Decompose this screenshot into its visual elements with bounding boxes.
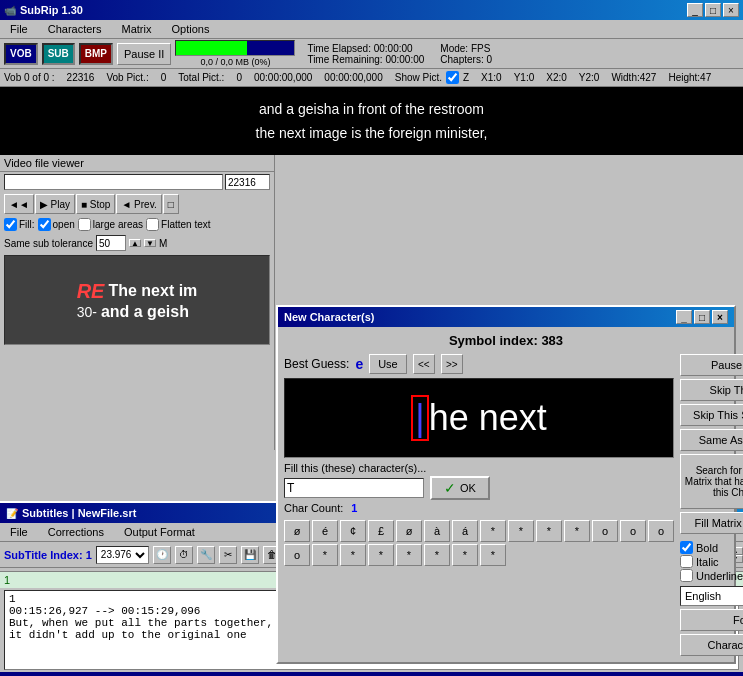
play-button[interactable]: ▶ Play	[35, 194, 75, 214]
fill-checkbox-label[interactable]: Fill:	[4, 218, 35, 231]
next-button[interactable]: □	[163, 194, 179, 214]
key-star6[interactable]: *	[340, 544, 366, 566]
fill-matrix-button[interactable]: Fill Matrix From Text	[680, 512, 743, 534]
dialog-maximize[interactable]: □	[694, 310, 710, 324]
tolerance-up[interactable]: ▲	[129, 239, 141, 247]
icon-tool1[interactable]: 🔧	[197, 546, 215, 564]
key-oslash[interactable]: ø	[284, 520, 310, 542]
pause-button[interactable]: Pause II	[117, 43, 171, 65]
app-window: 📹 SubRip 1.30 _ □ × File Characters Matr…	[0, 0, 743, 450]
key-star10[interactable]: *	[452, 544, 478, 566]
menu-characters[interactable]: Characters	[42, 22, 108, 36]
italic-checkbox[interactable]	[680, 555, 693, 568]
font-button[interactable]: Font	[680, 609, 743, 631]
fill-input[interactable]	[284, 478, 424, 498]
key-agrave[interactable]: à	[424, 520, 450, 542]
maximize-button[interactable]: □	[705, 3, 721, 17]
pause-abort-button[interactable]: Pause / Abort	[680, 354, 743, 376]
open-checkbox[interactable]	[38, 218, 51, 231]
minimize-button[interactable]: _	[687, 3, 703, 17]
key-eacute[interactable]: é	[312, 520, 338, 542]
key-star7[interactable]: *	[368, 544, 394, 566]
app-icon: 📹	[4, 5, 16, 16]
key-oslash2[interactable]: ø	[396, 520, 422, 542]
symbol-index-val: 383	[541, 333, 563, 348]
vob-pict-label: Vob Pict.:	[106, 72, 148, 83]
vob-label: VOB	[4, 43, 38, 65]
seek-input[interactable]	[225, 174, 270, 190]
prev-button[interactable]: ◄ Prev.	[116, 194, 161, 214]
open-label: open	[53, 219, 75, 230]
stop-button[interactable]: ■ Stop	[76, 194, 115, 214]
dialog-body: Symbol index: 383 Best Guess: e Use << >…	[278, 327, 734, 662]
chapters-label: Chapters:	[440, 54, 483, 65]
key-cent[interactable]: ¢	[340, 520, 366, 542]
bold-checkbox[interactable]	[680, 541, 693, 554]
nav-next-button[interactable]: >>	[441, 354, 463, 374]
vob-pict-val: 0	[161, 72, 167, 83]
large-checkbox[interactable]	[78, 218, 91, 231]
icon-clock[interactable]: ⏱	[175, 546, 193, 564]
search-matrix-button[interactable]: Search for an existing Matrix that has a…	[680, 454, 743, 509]
icon-timecode[interactable]: 🕐	[153, 546, 171, 564]
ok-button[interactable]: ✓ OK	[430, 476, 490, 500]
char-map-button[interactable]: Character Map	[680, 634, 743, 656]
chapters-display: Chapters: 0	[440, 54, 492, 65]
flatten-checkbox[interactable]	[146, 218, 159, 231]
key-star1[interactable]: *	[480, 520, 506, 542]
menu-file[interactable]: File	[4, 22, 34, 36]
best-guess-row: Best Guess: e Use << >>	[284, 354, 674, 374]
fill-chars-label: Fill this (these) character(s)...	[284, 462, 674, 474]
icon-save[interactable]: 💾	[241, 546, 259, 564]
key-o2[interactable]: o	[620, 520, 646, 542]
underline-checkbox[interactable]	[680, 569, 693, 582]
skip-line-button[interactable]: Skip This Line	[680, 379, 743, 401]
subtitle-menu-output[interactable]: Output Format	[118, 525, 201, 539]
key-o4[interactable]: o	[284, 544, 310, 566]
tolerance-down[interactable]: ▼	[144, 239, 156, 247]
key-star11[interactable]: *	[480, 544, 506, 566]
fill-checkbox[interactable]	[4, 218, 17, 231]
dialog-close[interactable]: ×	[712, 310, 728, 324]
show-pict-label: Show Pict.	[395, 72, 442, 83]
time-remaining-label: Time Remaining:	[307, 54, 382, 65]
key-aacute[interactable]: á	[452, 520, 478, 542]
rewind-button[interactable]: ◄◄	[4, 194, 34, 214]
same-as-last-button[interactable]: Same As Last Sub	[680, 429, 743, 451]
dialog-minimize[interactable]: _	[676, 310, 692, 324]
same-sub-label: Same sub tolerance	[4, 238, 93, 249]
key-star2[interactable]: *	[508, 520, 534, 542]
large-label: large	[93, 219, 115, 230]
close-button[interactable]: ×	[723, 3, 739, 17]
subtitle-title-text: Subtitles | NewFile.srt	[22, 507, 136, 519]
language-select[interactable]: English	[680, 586, 743, 606]
key-pound[interactable]: £	[368, 520, 394, 542]
large-checkbox-label[interactable]: large	[78, 218, 115, 231]
key-star9[interactable]: *	[424, 544, 450, 566]
menu-options[interactable]: Options	[165, 22, 215, 36]
tolerance-input[interactable]	[96, 235, 126, 251]
open-checkbox-label[interactable]: open	[38, 218, 75, 231]
show-pict-checkbox[interactable]	[446, 71, 459, 84]
seek-bar[interactable]	[4, 174, 223, 190]
use-button[interactable]: Use	[369, 354, 407, 374]
key-o1[interactable]: o	[592, 520, 618, 542]
key-star5[interactable]: *	[312, 544, 338, 566]
key-o3[interactable]: o	[648, 520, 674, 542]
panel-title-text: Video file viewer	[4, 157, 84, 169]
subtitle-menu-file[interactable]: File	[4, 525, 34, 539]
icon-tool2[interactable]: ✂	[219, 546, 237, 564]
key-star3[interactable]: *	[536, 520, 562, 542]
title-bar: 📹 SubRip 1.30 _ □ ×	[0, 0, 743, 20]
vob0-val: 22316	[67, 72, 95, 83]
flatten-checkbox-label[interactable]: Flatten text	[146, 218, 210, 231]
key-star8[interactable]: *	[396, 544, 422, 566]
skip-subpicture-button[interactable]: Skip This SubPicture	[680, 404, 743, 426]
key-star4[interactable]: *	[564, 520, 590, 542]
menu-matrix[interactable]: Matrix	[116, 22, 158, 36]
sub-image-text2: and a geish	[101, 303, 189, 321]
subtitle-menu-corrections[interactable]: Corrections	[42, 525, 110, 539]
nav-prev-button[interactable]: <<	[413, 354, 435, 374]
fps-select[interactable]: 23.976	[96, 546, 149, 564]
time-remaining-val: 00:00:00	[385, 54, 424, 65]
